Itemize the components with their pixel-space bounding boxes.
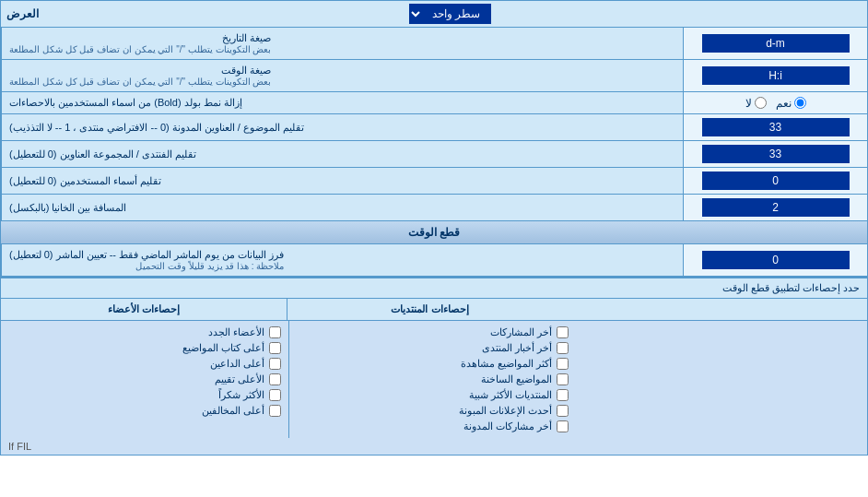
item-label: أعلى كتاب المواضيع bbox=[182, 342, 264, 354]
col2-header: إحصاءات الأعضاء bbox=[1, 299, 287, 320]
list-item: أخر أخبار المنتدى bbox=[297, 340, 569, 356]
checkbox-item6[interactable] bbox=[557, 405, 569, 417]
date-format-row: صيغة التاريخ بعض التكوينات يتطلب "/" الت… bbox=[1, 28, 867, 60]
radio-yes[interactable] bbox=[794, 97, 806, 109]
cutoff-input[interactable] bbox=[702, 251, 850, 269]
gap-input-cell[interactable] bbox=[683, 195, 867, 220]
list-item: الأكثر شكراً bbox=[8, 387, 281, 403]
cutoff-row: فرز البيانات من يوم الماشر الماضي فقط --… bbox=[1, 244, 867, 277]
list-item: المواضيع الساخنة bbox=[297, 372, 569, 387]
item-label: الأعلى تقييم bbox=[215, 373, 264, 385]
forum-order-input[interactable] bbox=[702, 145, 850, 163]
username-trim-row: تقليم أسماء المستخدمين (0 للتعطيل) bbox=[1, 168, 867, 195]
item-label: المواضيع الساخنة bbox=[481, 373, 552, 385]
time-format-input[interactable] bbox=[702, 66, 850, 85]
checkbox-item7[interactable] bbox=[557, 420, 569, 432]
checkbox-item4[interactable] bbox=[557, 373, 569, 385]
forum-order-row: تقليم الفنتدى / المجموعة العناوين (0 للت… bbox=[1, 141, 867, 168]
time-format-row: صيغة الوقت بعض التكوينات يتطلب "/" التي … bbox=[1, 60, 867, 92]
item-label: أعلى المخالفين bbox=[202, 405, 264, 417]
username-trim-label: تقليم أسماء المستخدمين (0 للتعطيل) bbox=[1, 168, 683, 194]
item-label: الأكثر شكراً bbox=[218, 389, 264, 401]
item-label: أخر المشاركات bbox=[490, 326, 552, 338]
item-label: المنتديات الأكثر شبية bbox=[469, 389, 552, 401]
checkbox-col2-item2[interactable] bbox=[269, 342, 281, 354]
list-item: أحدث الإعلانات المبونة bbox=[297, 403, 569, 419]
list-item: الأعلى تقييم bbox=[8, 372, 281, 387]
topic-order-row: تقليم الموضوع / العناوين المدونة (0 -- ا… bbox=[1, 114, 867, 141]
item-label: أخر أخبار المنتدى bbox=[482, 342, 552, 354]
item-label: أعلى الداعين bbox=[210, 358, 264, 370]
time-format-input-cell[interactable] bbox=[683, 60, 867, 91]
list-item: أخر المشاركات bbox=[297, 325, 569, 340]
radio-yes-text: نعم bbox=[776, 97, 792, 110]
checkbox-col2-item5[interactable] bbox=[269, 389, 281, 401]
header-row: سطر واحد العرض bbox=[1, 1, 867, 28]
list-item: أعلى كتاب المواضيع bbox=[8, 340, 281, 356]
checkbox-item5[interactable] bbox=[557, 389, 569, 401]
bold-remove-row: نعم لا إزالة نمط بولد (Bold) من اسماء ال… bbox=[1, 92, 867, 114]
checkbox-col2-item1[interactable] bbox=[269, 326, 281, 338]
forum-order-label: تقليم الفنتدى / المجموعة العناوين (0 للت… bbox=[1, 141, 683, 167]
checkbox-item3[interactable] bbox=[557, 358, 569, 370]
list-item: أخر مشاركات المدونة bbox=[297, 419, 569, 434]
bold-remove-label: إزالة نمط بولد (Bold) من اسماء المستخدمي… bbox=[1, 92, 683, 113]
list-item: الأعضاء الجدد bbox=[8, 325, 281, 340]
radio-no-text: لا bbox=[745, 97, 752, 110]
stats-col2: الأعضاء الجدد أعلى كتاب المواضيع أعلى ال… bbox=[1, 321, 288, 438]
topic-order-label: تقليم الموضوع / العناوين المدونة (0 -- ا… bbox=[1, 114, 683, 140]
apply-label-row: حدد إحصاءات لتطبيق قطع الوقت bbox=[1, 278, 867, 299]
time-format-label: صيغة الوقت بعض التكوينات يتطلب "/" التي … bbox=[1, 60, 683, 91]
filter-row: If FIL bbox=[1, 438, 867, 455]
item-label: الأعضاء الجدد bbox=[208, 326, 264, 338]
topic-order-input-cell[interactable] bbox=[683, 114, 867, 140]
view-dropdown[interactable]: سطر واحد bbox=[409, 4, 491, 24]
item-label: أخر مشاركات المدونة bbox=[463, 420, 552, 432]
list-item: أكثر المواضيع مشاهدة bbox=[297, 356, 569, 372]
gap-row: المسافة بين الخانيا (بالبكسل) bbox=[1, 195, 867, 221]
cutoff-section-header: قطع الوقت bbox=[1, 221, 867, 244]
bold-radio-group: نعم لا bbox=[745, 97, 806, 110]
username-trim-input-cell[interactable] bbox=[683, 168, 867, 194]
list-item: أعلى المخالفين bbox=[8, 403, 281, 419]
radio-yes-label[interactable]: نعم bbox=[776, 97, 806, 110]
list-item: أعلى الداعين bbox=[8, 356, 281, 372]
stats-col1: أخر المشاركات أخر أخبار المنتدى أكثر الم… bbox=[288, 321, 577, 438]
checkbox-item1[interactable] bbox=[557, 326, 569, 338]
checkbox-col2-item4[interactable] bbox=[269, 373, 281, 385]
date-format-input[interactable] bbox=[702, 34, 850, 53]
cutoff-label: فرز البيانات من يوم الماشر الماضي فقط --… bbox=[1, 244, 683, 276]
filter-text: If FIL bbox=[8, 441, 31, 452]
item-label: أحدث الإعلانات المبونة bbox=[459, 405, 552, 417]
stats-right-area bbox=[576, 321, 867, 438]
gap-label: المسافة بين الخانيا (بالبكسل) bbox=[1, 195, 683, 220]
date-format-label: صيغة التاريخ بعض التكوينات يتطلب "/" الت… bbox=[1, 28, 683, 59]
col1-header: إحصاءات المنتديات bbox=[287, 299, 573, 320]
gap-input[interactable] bbox=[702, 198, 850, 217]
stats-right-header bbox=[572, 299, 867, 320]
forum-order-input-cell[interactable] bbox=[683, 141, 867, 167]
stats-cols: أخر المشاركات أخر أخبار المنتدى أكثر الم… bbox=[1, 321, 867, 438]
cutoff-input-cell[interactable] bbox=[683, 244, 867, 276]
radio-no-label[interactable]: لا bbox=[745, 97, 767, 110]
topic-order-input[interactable] bbox=[702, 118, 850, 136]
username-trim-input[interactable] bbox=[702, 172, 850, 190]
date-format-input-cell[interactable] bbox=[683, 28, 867, 59]
checkbox-col2-item6[interactable] bbox=[269, 405, 281, 417]
header-title: العرض bbox=[6, 7, 39, 20]
radio-no[interactable] bbox=[755, 97, 767, 109]
checkbox-item2[interactable] bbox=[557, 342, 569, 354]
bold-remove-input-cell: نعم لا bbox=[683, 92, 867, 113]
list-item: المنتديات الأكثر شبية bbox=[297, 387, 569, 403]
stats-header-row: إحصاءات المنتديات إحصاءات الأعضاء bbox=[1, 299, 867, 321]
item-label: أكثر المواضيع مشاهدة bbox=[461, 358, 552, 370]
stats-section: حدد إحصاءات لتطبيق قطع الوقت إحصاءات الم… bbox=[1, 277, 867, 438]
checkbox-col2-item3[interactable] bbox=[269, 358, 281, 370]
